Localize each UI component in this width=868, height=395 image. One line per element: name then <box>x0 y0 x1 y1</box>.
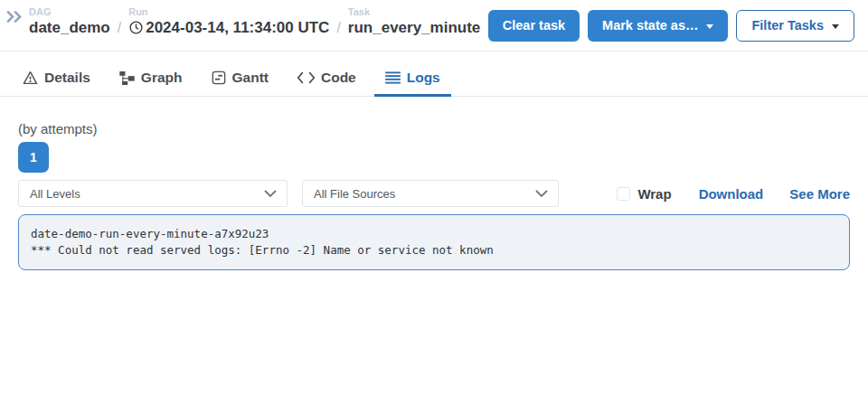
wrap-label: Wrap <box>637 186 671 202</box>
tab-bar: Details Graph Gantt <box>0 65 868 97</box>
code-icon <box>297 71 315 84</box>
file-source-select[interactable]: All File Sources <box>302 180 559 207</box>
filter-tasks-button[interactable]: Filter Tasks <box>736 10 854 42</box>
breadcrumb-run[interactable]: Run 2024-03-14, 11:34:00 UTC <box>128 6 329 37</box>
log-controls: All Levels All File Sources Wrap Downloa… <box>18 180 850 207</box>
run-timestamp: 2024-03-14, 11:34:00 UTC <box>146 18 329 37</box>
see-more-link[interactable]: See More <box>789 186 850 202</box>
header-actions: Clear task Mark state as… Filter Tasks <box>488 10 861 42</box>
graph-icon <box>119 71 135 85</box>
tab-logs[interactable]: Logs <box>374 65 451 97</box>
log-line: date-demo-run-every-minute-a7x92u23 <box>31 226 837 242</box>
wrap-checkbox[interactable] <box>617 187 630 201</box>
mark-state-as-button[interactable]: Mark state as… <box>588 10 728 42</box>
logs-icon <box>385 71 401 84</box>
tab-graph[interactable]: Graph <box>108 65 193 97</box>
warning-icon <box>23 71 38 85</box>
clock-icon <box>128 20 144 35</box>
run-value[interactable]: 2024-03-14, 11:34:00 UTC <box>128 18 329 37</box>
breadcrumb-separator: / <box>118 19 121 37</box>
gantt-icon <box>212 71 226 85</box>
logs-panel: (by attempts) 1 All Levels All File Sour… <box>0 121 868 270</box>
chevron-down-icon <box>535 190 548 197</box>
chevron-down-icon <box>264 190 277 197</box>
attempt-1-button[interactable]: 1 <box>18 142 49 173</box>
breadcrumb-dag[interactable]: DAG date_demo <box>29 6 110 37</box>
breadcrumb: DAG date_demo / Run 2024-03-14, 11:34:00… <box>29 6 480 45</box>
breadcrumb-task[interactable]: Task run_every_minute <box>348 6 480 37</box>
download-link[interactable]: Download <box>699 186 764 202</box>
caret-down-icon <box>832 24 839 29</box>
caret-down-icon <box>706 24 713 29</box>
log-level-select[interactable]: All Levels <box>18 180 288 207</box>
task-name[interactable]: run_every_minute <box>348 18 480 37</box>
by-attempts-label: (by attempts) <box>18 121 850 136</box>
tab-gantt[interactable]: Gantt <box>201 65 279 97</box>
log-output-box[interactable]: date-demo-run-every-minute-a7x92u23 *** … <box>18 214 850 270</box>
breadcrumb-separator: / <box>336 19 340 37</box>
task-instance-header: DAG date_demo / Run 2024-03-14, 11:34:00… <box>0 0 868 52</box>
double-chevron-right-icon[interactable] <box>5 10 23 27</box>
task-label: Task <box>348 6 480 18</box>
clear-task-button[interactable]: Clear task <box>488 10 580 42</box>
log-line: *** Could not read served logs: [Errno -… <box>31 242 837 259</box>
run-label: Run <box>128 6 329 18</box>
tab-code[interactable]: Code <box>287 65 367 97</box>
tab-details[interactable]: Details <box>12 65 101 97</box>
dag-name[interactable]: date_demo <box>29 18 110 37</box>
dag-label: DAG <box>29 6 110 18</box>
log-right-controls: Wrap Download See More <box>617 186 850 202</box>
